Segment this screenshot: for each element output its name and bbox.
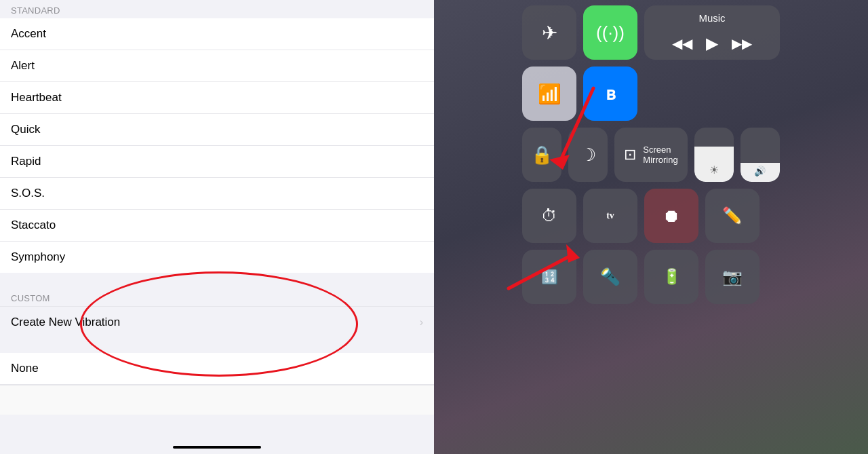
left-panel: STANDARD Accent Alert Heartbeat Quick Ra… [0,0,434,454]
flashlight-tile[interactable]: 🔦 [583,250,637,304]
battery-icon: 🔋 [663,268,681,286]
timer-tile[interactable]: ⏱ [522,189,576,243]
standard-section-header: STANDARD [0,0,434,18]
svg-line-2 [509,254,573,288]
appletv-icon: tv [606,210,614,221]
quick-label: Quick [11,123,40,136]
timer-icon: ⏱ [541,206,557,225]
cc-row-3: 🔒 ☽ ⊡ ScreenMirroring ☀ 🔊 [522,128,780,182]
brightness-icon: ☀ [709,164,719,176]
do-not-disturb-tile[interactable]: ☽ [568,128,608,182]
staccato-label: Staccato [11,219,56,232]
screen-mirror-label: ScreenMirroring [643,145,677,165]
lock-rotation-icon: 🔒 [531,145,553,166]
apple-tv-tile[interactable]: tv [583,189,637,243]
custom-section-header: CUSTOM [0,288,434,306]
none-label: None [11,362,39,375]
airplane-tile[interactable]: ✈ [522,5,576,60]
cellular-tile[interactable]: ((·)) [583,5,637,60]
list-item-accent[interactable]: Accent [0,18,434,50]
play-button[interactable]: ▶ [706,34,718,53]
heartbeat-label: Heartbeat [11,91,62,105]
list-item-heartbeat[interactable]: Heartbeat [0,82,434,114]
svg-marker-3 [566,244,580,263]
volume-slider[interactable]: 🔊 [741,128,780,182]
none-section: None [0,353,434,415]
wifi-icon: 📶 [538,83,561,105]
list-item-symphony[interactable]: Symphony [0,242,434,273]
camera-icon: 📷 [722,267,743,286]
create-new-vibration-item[interactable]: Create New Vibration › [0,306,434,338]
cc-row-connectivity: 📶 ʙ [522,67,780,121]
record-icon: ⏺ [663,206,680,227]
bluetooth-tile[interactable]: ʙ [583,67,637,121]
airplane-icon: ✈ [542,22,557,44]
notes-tile[interactable]: ✏️ [705,189,760,243]
flashlight-icon: 🔦 [600,267,620,286]
music-widget[interactable]: Music ◀◀ ▶ ▶▶ [644,5,780,60]
music-controls: ◀◀ ▶ ▶▶ [672,34,752,53]
cellular-icon: ((·)) [596,22,625,43]
screen-mirror-tile[interactable]: ⊡ ScreenMirroring [614,128,687,182]
bluetooth-icon: ʙ [606,83,616,105]
rapid-label: Rapid [11,155,41,168]
alert-label: Alert [11,59,35,73]
moon-icon: ☽ [580,145,596,166]
music-title: Music [698,12,725,24]
list-item-sos[interactable]: S.O.S. [0,178,434,210]
battery-tile[interactable]: 🔋 [644,250,698,304]
red-arrow-left [502,241,590,295]
camera-tile[interactable]: 📷 [705,250,760,304]
next-button[interactable]: ▶▶ [732,35,752,52]
none-list: None [0,353,434,415]
brightness-slider[interactable]: ☀ [694,128,734,182]
chevron-icon: › [420,316,423,328]
screen-lock-tile[interactable]: 🔒 [522,128,561,182]
symphony-label: Symphony [11,250,65,264]
standard-list: Accent Alert Heartbeat Quick Rapid S.O.S… [0,18,434,273]
cc-row-4: ⏱ tv ⏺ ✏️ [522,189,780,243]
prev-button[interactable]: ◀◀ [672,35,692,52]
list-item-rapid[interactable]: Rapid [0,146,434,178]
accent-label: Accent [11,27,46,41]
notes-icon: ✏️ [722,206,743,225]
custom-section: CUSTOM Create New Vibration › [0,288,434,338]
control-center-bg: ✈ ((·)) Music ◀◀ ▶ ▶▶ 📶 [434,0,868,454]
screen-record-tile[interactable]: ⏺ [644,189,698,243]
list-item-quick[interactable]: Quick [0,114,434,146]
list-item-staccato[interactable]: Staccato [0,210,434,242]
airplay-icon: ⊡ [624,146,636,164]
wifi-tile[interactable]: 📶 [522,67,576,121]
list-item-none[interactable]: None [0,353,434,385]
volume-icon: 🔊 [754,166,766,176]
list-item-alert[interactable]: Alert [0,50,434,82]
home-indicator [173,446,261,449]
cc-row-top: ✈ ((·)) Music ◀◀ ▶ ▶▶ [522,0,780,60]
list-item-empty [0,385,434,415]
right-panel: ✈ ((·)) Music ◀◀ ▶ ▶▶ 📶 [434,0,868,454]
sos-label: S.O.S. [11,187,45,200]
create-new-label: Create New Vibration [11,316,120,329]
standard-section: STANDARD Accent Alert Heartbeat Quick Ra… [0,0,434,273]
